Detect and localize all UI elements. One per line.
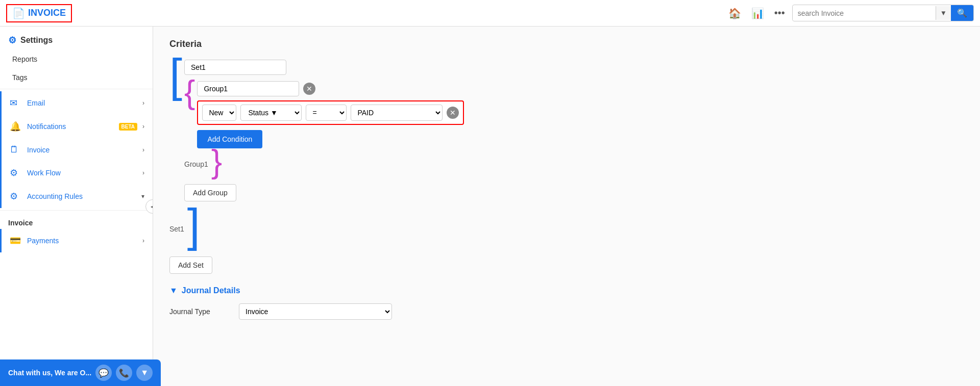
journal-type-select[interactable]: Invoice	[239, 303, 392, 320]
sidebar-invoice-label: Invoice	[27, 146, 137, 154]
sidebar-notifications-label: Notifications	[27, 122, 114, 131]
notifications-arrow-icon: ›	[142, 123, 144, 130]
group-close-bracket: }	[211, 145, 222, 178]
add-set-button[interactable]: Add Set	[169, 256, 212, 274]
set-label-input[interactable]	[184, 60, 286, 75]
search-go-button[interactable]: 🔍	[951, 5, 973, 21]
email-arrow-icon: ›	[142, 99, 144, 107]
sidebar-item-payments[interactable]: 💳 Payments ›	[0, 229, 153, 252]
criteria-title: Criteria	[169, 39, 964, 49]
workflow-icon: ⚙	[10, 167, 22, 178]
sidebar-item-workflow[interactable]: ⚙ Work Flow ›	[0, 161, 153, 185]
sidebar-collapse-toggle[interactable]: ◀	[145, 199, 153, 214]
chart-button[interactable]: 📊	[748, 4, 767, 22]
add-group-area: Add Group	[184, 184, 964, 201]
add-group-button[interactable]: Add Group	[184, 184, 236, 201]
journal-type-label: Journal Type	[169, 307, 231, 316]
topbar: 📄 INVOICE 🏠 📊 ••• ▼ 🔍	[0, 0, 980, 27]
chat-message-button[interactable]: 💬	[95, 365, 112, 381]
sidebar-item-reports[interactable]: Reports	[0, 50, 153, 68]
chat-message-icon: 💬	[99, 368, 109, 378]
more-icon: •••	[774, 7, 785, 18]
sidebar-accounting-label: Accounting Rules	[27, 192, 136, 200]
beta-badge: BETA	[119, 123, 137, 131]
main-layout: ⚙ Settings Reports Tags ✉ Email › 🔔 Noti…	[0, 27, 980, 386]
chat-phone-icon: 📞	[119, 368, 129, 378]
condition-status-select[interactable]: Status ▼	[240, 105, 302, 121]
chat-text: Chat with us, We are O...	[8, 369, 91, 377]
sidebar-payments-label: Payments	[27, 237, 137, 245]
invoice-subheader: Invoice	[0, 213, 153, 229]
set-end-label: Set1	[169, 225, 184, 233]
workflow-arrow-icon: ›	[142, 169, 144, 176]
sidebar-item-tags[interactable]: Tags	[0, 68, 153, 87]
logo-box[interactable]: 📄 INVOICE	[6, 4, 72, 22]
set-open-bracket: [	[169, 53, 182, 98]
settings-gear-icon: ⚙	[8, 35, 16, 46]
condition-row: New Status ▼ = PAID ✕	[197, 100, 464, 125]
condition-value-select[interactable]: PAID	[351, 105, 443, 121]
sidebar-workflow-label: Work Flow	[27, 169, 137, 177]
sidebar: ⚙ Settings Reports Tags ✉ Email › 🔔 Noti…	[0, 27, 153, 386]
set-close-bracket: ]	[187, 202, 200, 248]
settings-header: ⚙ Settings	[0, 27, 153, 50]
home-button[interactable]: 🏠	[725, 4, 744, 22]
group-label-input[interactable]	[197, 81, 299, 96]
add-set-area: Add Set	[169, 256, 964, 274]
payments-icon: 💳	[10, 235, 22, 246]
condition-operator-select[interactable]: =	[306, 105, 347, 121]
settings-label: Settings	[20, 36, 53, 45]
sidebar-item-invoice[interactable]: 🗒 Invoice ›	[0, 138, 153, 161]
chat-down-icon: ▼	[140, 368, 149, 377]
group-header: ✕	[197, 81, 964, 96]
sidebar-item-accounting[interactable]: ⚙ Accounting Rules ▾	[0, 185, 153, 208]
journal-header[interactable]: ▼ Journal Details	[169, 286, 964, 295]
group-open-bracket: {	[184, 76, 195, 109]
home-icon: 🏠	[728, 8, 741, 19]
invoice-nav-icon: 🗒	[10, 144, 22, 155]
search-input[interactable]	[793, 6, 936, 20]
sidebar-item-email[interactable]: ✉ Email ›	[0, 91, 153, 115]
accounting-arrow-icon: ▾	[141, 193, 144, 200]
journal-type-row: Journal Type Invoice	[169, 303, 964, 320]
condition-remove-button[interactable]: ✕	[447, 107, 459, 119]
notifications-icon: 🔔	[10, 121, 22, 132]
group-end-label: Group1	[184, 160, 208, 168]
journal-title: Journal Details	[182, 286, 240, 295]
journal-collapse-icon: ▼	[169, 286, 178, 295]
search-dropdown-button[interactable]: ▼	[936, 6, 951, 20]
chat-widget[interactable]: Chat with us, We are O... 💬 📞 ▼	[0, 359, 161, 386]
condition-new-select[interactable]: New	[202, 105, 236, 121]
chart-icon: 📊	[751, 8, 764, 19]
add-condition-button[interactable]: Add Condition	[197, 130, 262, 148]
chat-down-button[interactable]: ▼	[136, 365, 153, 381]
more-button[interactable]: •••	[771, 4, 788, 22]
email-icon: ✉	[10, 97, 22, 109]
payments-arrow-icon: ›	[142, 237, 144, 244]
invoice-icon: 📄	[12, 7, 25, 19]
logo-text: INVOICE	[28, 8, 66, 18]
content-area: Criteria [ { ✕	[153, 27, 980, 386]
group-remove-button[interactable]: ✕	[303, 83, 315, 95]
sidebar-email-label: Email	[27, 99, 137, 107]
journal-section: ▼ Journal Details Journal Type Invoice	[169, 286, 964, 320]
search-wrapper: ▼ 🔍	[792, 5, 974, 21]
invoice-arrow-icon: ›	[142, 146, 144, 153]
sidebar-item-notifications[interactable]: 🔔 Notifications BETA ›	[0, 115, 153, 138]
accounting-icon: ⚙	[10, 191, 22, 202]
chat-phone-button[interactable]: 📞	[116, 365, 132, 381]
